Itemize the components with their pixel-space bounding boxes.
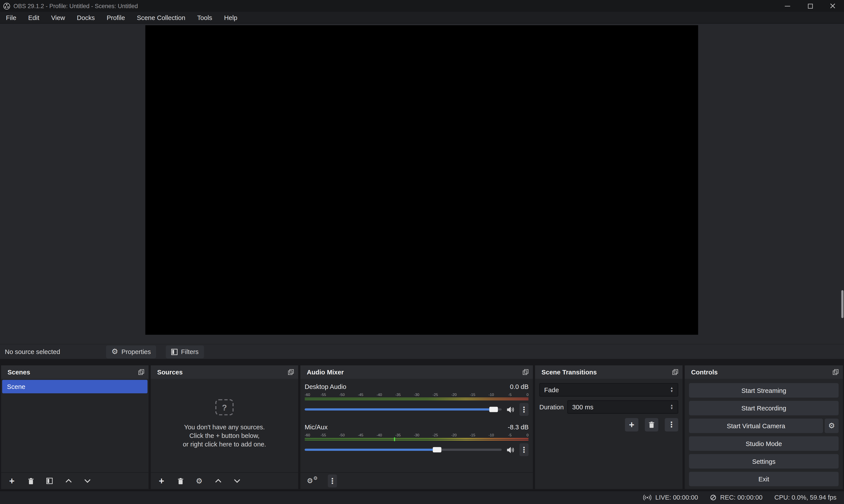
sources-body[interactable]: ? You don't have any sources. Click the …: [151, 379, 298, 472]
menu-item-edit[interactable]: Edit: [22, 12, 45, 23]
meter-tick-label: -20: [451, 392, 457, 397]
kebab-icon: [668, 421, 675, 429]
meter-tick-label: -10: [489, 433, 494, 437]
mixer-channel-desktop-audio: Desktop Audio 0.0 dB -60-55-50-45-40-35-…: [304, 383, 528, 416]
volume-slider-fill: [304, 449, 437, 451]
stream-status-icon: [644, 494, 651, 501]
transition-menu-button[interactable]: [665, 418, 678, 432]
menu-item-file[interactable]: File: [0, 12, 22, 23]
filters-button[interactable]: Filters: [166, 345, 204, 358]
gear-icon: [196, 477, 203, 485]
volume-meter: [304, 398, 528, 400]
volume-slider-handle[interactable]: [489, 407, 498, 412]
channel-menu-button[interactable]: [520, 403, 529, 416]
close-icon: [830, 3, 835, 8]
advanced-audio-icon: [306, 476, 319, 486]
source-toolbar: No source selected Properties Filters: [0, 344, 844, 359]
sources-popout-icon[interactable]: [288, 369, 294, 375]
trash-icon: [648, 421, 655, 428]
question-mark-icon: ?: [215, 399, 233, 415]
settings-button[interactable]: Settings: [689, 454, 839, 468]
obs-logo-icon: [3, 2, 10, 10]
scenes-toolbar: [1, 472, 148, 489]
scenes-popout-icon[interactable]: [138, 369, 144, 375]
controls-panel: Controls Start Streaming Start Recording…: [685, 365, 843, 489]
controls-title: Controls: [691, 368, 718, 376]
speaker-icon[interactable]: [507, 446, 515, 453]
add-source-button[interactable]: [156, 475, 167, 486]
meter-tick-label: 0: [527, 392, 529, 397]
maximize-button[interactable]: [799, 0, 821, 12]
controls-popout-icon[interactable]: [833, 369, 839, 375]
meter-tick-label: -5: [508, 433, 512, 437]
virtual-camera-settings-button[interactable]: [825, 418, 839, 433]
move-scene-up-button[interactable]: [63, 475, 74, 486]
spinner-arrows-icon[interactable]: [668, 404, 675, 410]
minimize-button[interactable]: [776, 0, 799, 12]
menu-item-help[interactable]: Help: [218, 12, 243, 23]
controls-body: Start Streaming Start Recording Start Vi…: [685, 379, 843, 489]
meter-tick-label: -35: [395, 433, 401, 437]
menu-item-view[interactable]: View: [45, 12, 71, 23]
menu-item-scene-collection[interactable]: Scene Collection: [131, 12, 191, 23]
start-streaming-button[interactable]: Start Streaming: [689, 383, 839, 397]
obs-window: OBS 29.1.2 - Profile: Untitled - Scenes:…: [0, 0, 844, 504]
kebab-icon: [520, 446, 528, 454]
volume-slider[interactable]: [304, 408, 502, 411]
add-scene-button[interactable]: [6, 475, 17, 486]
remove-transition-button[interactable]: [645, 418, 658, 432]
meter-tick-label: -60: [304, 433, 310, 437]
duration-spinbox[interactable]: 300 ms: [567, 400, 678, 414]
close-button[interactable]: [821, 0, 844, 12]
menu-item-docks[interactable]: Docks: [71, 12, 101, 23]
scene-list[interactable]: Scene: [1, 379, 148, 472]
meter-tick-label: -45: [358, 392, 364, 397]
transitions-popout-icon[interactable]: [672, 369, 678, 375]
sources-empty-line: You don't have any sources.: [184, 423, 265, 432]
start-virtual-camera-button[interactable]: Start Virtual Camera: [689, 418, 823, 433]
start-recording-button[interactable]: Start Recording: [689, 401, 839, 415]
sources-empty-line: or right click here to add one.: [183, 440, 266, 449]
move-source-up-button[interactable]: [213, 475, 224, 486]
remove-source-button[interactable]: [175, 475, 186, 486]
docks-area: Scenes Scene: [0, 359, 844, 490]
exit-button[interactable]: Exit: [689, 472, 839, 486]
channel-db-value: -8.3 dB: [508, 424, 529, 431]
mixer-popout-icon[interactable]: [523, 369, 529, 375]
studio-mode-button[interactable]: Studio Mode: [689, 436, 839, 451]
meter-tick-label: -40: [376, 433, 382, 437]
speaker-icon[interactable]: [507, 406, 515, 413]
channel-name: Desktop Audio: [304, 383, 346, 391]
meter-tick-label: -35: [395, 392, 401, 397]
move-source-down-button[interactable]: [231, 475, 242, 486]
channel-menu-button[interactable]: [520, 444, 529, 456]
transition-select[interactable]: Fade: [540, 383, 678, 396]
window-controls: [776, 0, 844, 12]
record-status-icon: [710, 494, 716, 501]
scenes-body: Scene: [1, 379, 148, 472]
volume-slider[interactable]: [304, 449, 502, 451]
sources-header: Sources: [151, 365, 298, 379]
preview-canvas[interactable]: [145, 25, 698, 335]
scenes-title: Scenes: [7, 368, 30, 376]
properties-button[interactable]: Properties: [106, 345, 156, 358]
scene-filters-button[interactable]: [44, 475, 55, 486]
gear-icon: [828, 422, 835, 430]
remove-scene-button[interactable]: [25, 475, 36, 486]
advanced-audio-button[interactable]: [306, 475, 320, 486]
scenes-panel: Scenes Scene: [1, 365, 148, 489]
meter-tick-label: -25: [433, 392, 438, 397]
scrollbar-thumb[interactable]: [841, 290, 844, 318]
menu-item-tools[interactable]: Tools: [191, 12, 218, 23]
scene-list-item[interactable]: Scene: [2, 380, 147, 393]
move-scene-down-button[interactable]: [82, 475, 92, 486]
mixer-menu-button[interactable]: [328, 474, 337, 487]
menu-item-profile[interactable]: Profile: [101, 12, 131, 23]
source-properties-button[interactable]: [194, 475, 205, 486]
sources-empty-state: ? You don't have any sources. Click the …: [151, 379, 298, 472]
meter-bar: [304, 439, 528, 440]
volume-slider-handle[interactable]: [433, 447, 441, 452]
plus-icon: [9, 476, 15, 486]
meter-peak-indicator: [394, 437, 395, 441]
add-transition-button[interactable]: [625, 418, 638, 432]
